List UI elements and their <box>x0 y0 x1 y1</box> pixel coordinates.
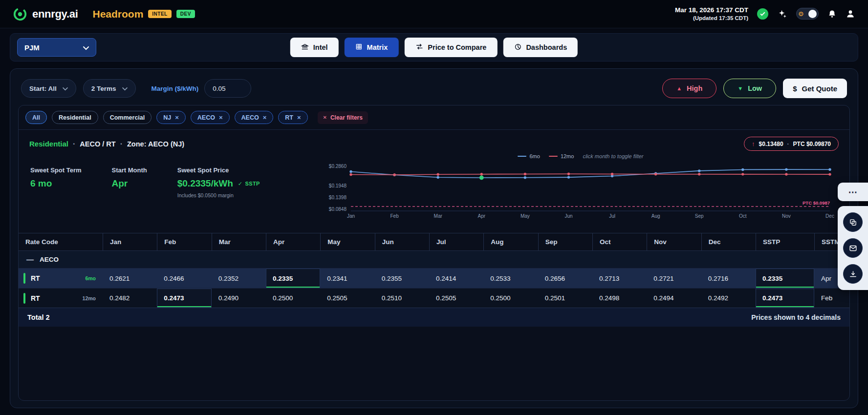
margin-input[interactable] <box>204 79 251 98</box>
svg-text:$0.2860: $0.2860 <box>329 164 347 169</box>
close-icon[interactable]: × <box>263 114 267 121</box>
cell-mar: 0.2490 <box>212 289 266 308</box>
stat-price-label: Sweet Spot Price <box>177 166 260 174</box>
tab-dashboards[interactable]: Dashboards <box>503 38 578 57</box>
mail-icon <box>849 244 857 252</box>
compare-arrows-icon <box>415 42 423 52</box>
bell-icon[interactable] <box>827 9 837 19</box>
email-button[interactable] <box>843 238 863 258</box>
user-icon[interactable] <box>846 9 855 19</box>
cell-feb: 0.2473 <box>157 289 211 308</box>
nav-strip: PJM Intel Matrix <box>10 33 858 62</box>
get-quote-label: Get Quote <box>802 84 837 93</box>
market-label: PJM <box>24 43 40 52</box>
tab-intel[interactable]: Intel <box>290 38 339 57</box>
table-row[interactable]: RT 12mo 0.2482 0.2473 0.2490 0.2500 0.25… <box>19 288 849 308</box>
table-row[interactable]: RT 6mo 0.2621 0.2466 0.2352 0.2335 0.234… <box>19 269 849 288</box>
filter-chip-aeco-2[interactable]: AECO × <box>235 111 274 124</box>
svg-text:Jul: Jul <box>609 213 615 219</box>
segment-chip-residential[interactable]: Residential <box>52 111 98 124</box>
clear-filters-label: Clear filters <box>330 114 363 121</box>
app-root: ennrgy.ai Headroom INTEL DEV Mar 18, 202… <box>0 0 868 415</box>
side-toolbar: ⋯ <box>838 183 868 290</box>
chart-hint: click month to toggle filter <box>583 153 643 159</box>
rate-cell: RT 6mo <box>19 269 103 288</box>
col-sstp: SSTP <box>756 233 814 250</box>
close-icon[interactable]: × <box>219 114 223 121</box>
headroom-chart-area[interactable]: 6mo 12mo click month to toggle filter $0… <box>323 151 839 225</box>
headroom-chart[interactable]: $0.2860$0.1948$0.1398$0.0848PTC $0.0987J… <box>323 161 839 225</box>
terms-select[interactable]: 2 Terms <box>83 79 136 98</box>
total-count: Total 2 <box>27 313 50 321</box>
svg-text:$0.1398: $0.1398 <box>329 195 347 200</box>
download-button[interactable] <box>843 264 863 284</box>
summary-product: AECO / RT <box>80 140 115 148</box>
row-accent-bar <box>23 293 25 304</box>
high-button[interactable]: ▲ High <box>662 79 716 98</box>
status-check-icon <box>757 8 768 20</box>
triangle-down-icon: ▼ <box>738 85 743 91</box>
header-right: Mar 18, 2026 17:37 CDT (Updated 17:35 CD… <box>675 6 855 22</box>
datetime: Mar 18, 2026 17:37 CDT (Updated 17:35 CD… <box>675 6 748 22</box>
headroom-badge: ↑ $0.13480 · PTC $0.09870 <box>744 137 839 151</box>
stat-term-label: Sweet Spot Term <box>30 166 82 174</box>
dot-separator: · <box>120 140 123 148</box>
col-apr: Apr <box>266 233 320 250</box>
stat-price: Sweet Spot Price $0.2335/kWh ✓ SSTP Incl… <box>177 166 260 198</box>
copy-icon <box>849 218 857 227</box>
title-block: Headroom INTEL DEV <box>92 8 195 20</box>
filter-chip-rt[interactable]: RT × <box>278 111 307 124</box>
dot-separator: · <box>787 141 789 147</box>
datetime-updated: (Updated 17:35 CDT) <box>675 15 748 22</box>
legend-12mo[interactable]: 12mo <box>549 153 574 159</box>
margin-label: Margin ($/kWh) <box>152 85 199 92</box>
minus-icon[interactable]: — <box>26 255 34 264</box>
get-quote-button[interactable]: $ Get Quote <box>783 79 847 98</box>
sparkle-icon[interactable] <box>777 9 787 19</box>
tab-intel-label: Intel <box>313 43 328 51</box>
theme-toggle[interactable]: ⚙ <box>796 8 819 20</box>
rate-code: RT <box>31 274 40 282</box>
tab-price-to-compare[interactable]: Price to Compare <box>404 38 497 57</box>
chart-legend: 6mo 12mo click month to toggle filter <box>323 152 839 161</box>
chevron-down-icon <box>83 43 89 52</box>
close-icon[interactable]: × <box>297 114 301 121</box>
market-selector[interactable]: PJM <box>17 38 96 57</box>
segment-chip-all[interactable]: All <box>25 111 47 124</box>
decimals-note: Prices shown to 4 decimals <box>751 313 841 321</box>
datetime-line1: Mar 18, 2026 17:37 CDT <box>675 6 748 15</box>
cell-oct: 0.2498 <box>592 289 647 308</box>
tab-matrix[interactable]: Matrix <box>345 38 399 57</box>
cell-mar: 0.2352 <box>212 269 266 288</box>
stat-term: Sweet Spot Term 6 mo <box>30 166 82 198</box>
chevron-down-icon <box>122 85 128 92</box>
legend-6mo[interactable]: 6mo <box>518 153 540 159</box>
filter-chip-nj[interactable]: NJ × <box>156 111 186 124</box>
top-header: ennrgy.ai Headroom INTEL DEV Mar 18, 202… <box>0 0 868 28</box>
more-button[interactable]: ⋯ <box>838 183 868 201</box>
clear-filters-button[interactable]: ✕ Clear filters <box>318 111 368 124</box>
svg-text:Mar: Mar <box>434 213 443 219</box>
svg-text:Feb: Feb <box>390 213 399 219</box>
low-button[interactable]: ▼ Low <box>723 79 776 98</box>
stat-price-value: $0.2335/kWh <box>177 178 233 189</box>
low-label: Low <box>748 84 762 92</box>
group-row-aeco[interactable]: — AECO <box>19 251 849 269</box>
start-select[interactable]: Start: All <box>21 79 76 98</box>
segment-chip-commercial[interactable]: Commercial <box>103 111 152 124</box>
svg-text:Oct: Oct <box>739 213 747 219</box>
col-feb: Feb <box>157 233 211 250</box>
cell-jun: 0.2510 <box>375 289 429 308</box>
toggle-knob <box>808 10 817 18</box>
filter-chip-label: AECO <box>241 114 259 121</box>
bank-icon <box>301 43 309 52</box>
gear-icon: ⚙ <box>798 11 804 17</box>
copy-button[interactable] <box>843 212 863 232</box>
headroom-value: $0.13480 <box>759 141 783 147</box>
cell-jan: 0.2482 <box>103 289 157 308</box>
logo-text: ennrgy.ai <box>32 8 78 21</box>
close-icon[interactable]: × <box>175 114 179 121</box>
grid-icon <box>355 43 363 52</box>
cell-dec: 0.2716 <box>701 269 756 288</box>
filter-chip-aeco-1[interactable]: AECO × <box>191 111 230 124</box>
